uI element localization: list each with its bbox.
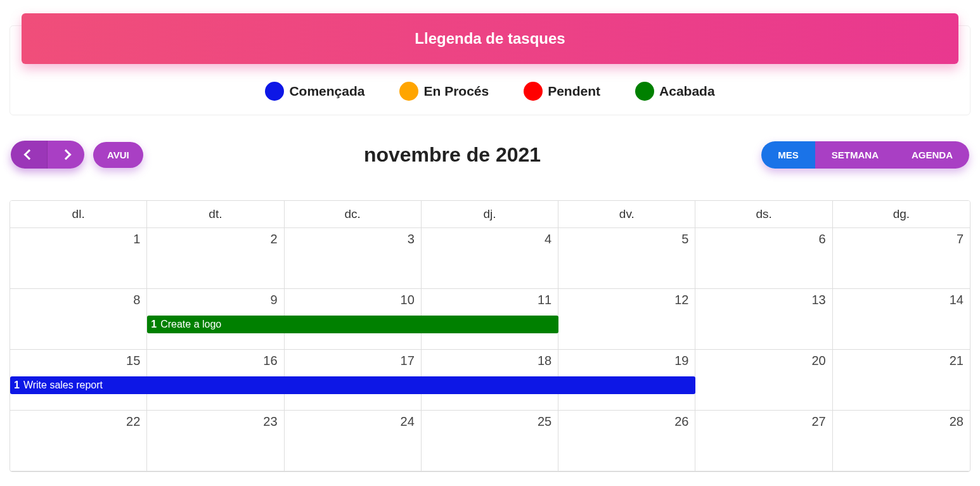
legend-title: Llegenda de tasques [22,13,958,64]
day-number: 12 [674,293,688,307]
calendar-cell[interactable]: 5 [558,228,695,289]
calendar-row: 22232425262728 [10,411,970,471]
legend-card: Llegenda de tasques Començada En Procés … [10,25,970,115]
event-title: Write sales report [23,380,103,391]
event-count: 1 [14,380,20,391]
calendar-cell[interactable]: 8 [10,289,147,350]
day-number: 24 [401,414,415,429]
calendar-header: dl.dt.dc.dj.dv.ds.dg. [10,201,970,228]
day-number: 22 [126,414,140,429]
calendar-cell[interactable]: 13 [695,289,832,350]
calendar-cell[interactable]: 7 [833,228,970,289]
day-number: 15 [126,354,140,368]
dot-icon [265,82,284,101]
day-number: 5 [681,232,688,246]
day-number: 6 [819,232,826,246]
event-count: 1 [151,319,157,330]
day-number: 11 [538,293,551,307]
weekday-header: dv. [558,201,695,228]
calendar-cell[interactable]: 21 [833,350,970,411]
chevron-right-icon [61,150,72,160]
calendar-cell[interactable]: 22 [10,411,147,471]
day-number: 2 [270,232,277,246]
day-number: 25 [538,414,551,429]
calendar-cell[interactable]: 6 [695,228,832,289]
legend-label: En Procés [423,84,489,99]
calendar-row: 151617181920211Write sales report [10,350,970,411]
event-bar[interactable]: 1Write sales report [10,376,695,394]
day-number: 10 [401,293,415,307]
calendar-cell[interactable]: 28 [833,411,970,471]
day-number: 8 [133,293,140,307]
day-number: 3 [408,232,415,246]
dot-icon [399,82,418,101]
view-agenda-button[interactable]: AGENDA [895,141,969,169]
calendar-cell[interactable]: 12 [558,289,695,350]
legend-label: Començada [289,84,364,99]
legend-item-started: Començada [265,82,364,101]
nav-group [11,141,84,169]
calendar-row: 8910111213141Create a logo [10,289,970,350]
calendar-cell[interactable]: 23 [147,411,284,471]
calendar-cell[interactable]: 26 [558,411,695,471]
calendar-cell[interactable]: 14 [833,289,970,350]
legend-item-inprogress: En Procés [399,82,489,101]
day-number: 23 [263,414,277,429]
day-number: 20 [811,354,825,368]
view-week-button[interactable]: SETMANA [815,141,895,169]
event-title: Create a logo [160,319,221,330]
day-number: 19 [674,354,688,368]
day-number: 1 [133,232,140,246]
dot-icon [524,82,543,101]
legend-label: Pendent [548,84,600,99]
dot-icon [635,82,654,101]
calendar-cell[interactable]: 24 [285,411,422,471]
prev-button[interactable] [11,141,48,169]
calendar-cell[interactable]: 1 [10,228,147,289]
weekday-header: dl. [10,201,147,228]
calendar-cell[interactable]: 3 [285,228,422,289]
calendar-cell[interactable]: 20 [695,350,832,411]
weekday-header: dt. [147,201,284,228]
calendar: dl.dt.dc.dj.dv.ds.dg. 123456789101112131… [10,200,970,472]
day-number: 7 [957,232,964,246]
day-number: 18 [538,354,551,368]
chevron-left-icon [23,150,34,160]
view-group: MES SETMANA AGENDA [761,141,969,169]
weekday-header: dc. [285,201,422,228]
day-number: 9 [270,293,277,307]
day-number: 16 [263,354,277,368]
day-number: 13 [811,293,825,307]
legend-label: Acabada [659,84,715,99]
day-number: 27 [811,414,825,429]
today-button[interactable]: AVUI [93,142,143,168]
legend-item-pending: Pendent [524,82,600,101]
weekday-header: ds. [695,201,832,228]
day-number: 4 [545,232,551,246]
legend-item-done: Acabada [635,82,715,101]
event-bar[interactable]: 1Create a logo [147,316,558,333]
next-button[interactable] [48,141,84,169]
legend-body: Començada En Procés Pendent Acabada [10,70,970,115]
view-month-button[interactable]: MES [761,141,815,169]
day-number: 28 [950,414,964,429]
calendar-row: 1234567 [10,228,970,289]
calendar-cell[interactable]: 25 [422,411,558,471]
calendar-cell[interactable]: 27 [695,411,832,471]
weekday-header: dj. [422,201,558,228]
day-number: 17 [401,354,415,368]
weekday-header: dg. [833,201,970,228]
calendar-cell[interactable]: 4 [422,228,558,289]
calendar-title: novembre de 2021 [364,143,541,167]
day-number: 26 [674,414,688,429]
calendar-cell[interactable]: 2 [147,228,284,289]
day-number: 21 [950,354,964,368]
day-number: 14 [950,293,964,307]
calendar-toolbar: AVUI novembre de 2021 MES SETMANA AGENDA [10,141,970,169]
